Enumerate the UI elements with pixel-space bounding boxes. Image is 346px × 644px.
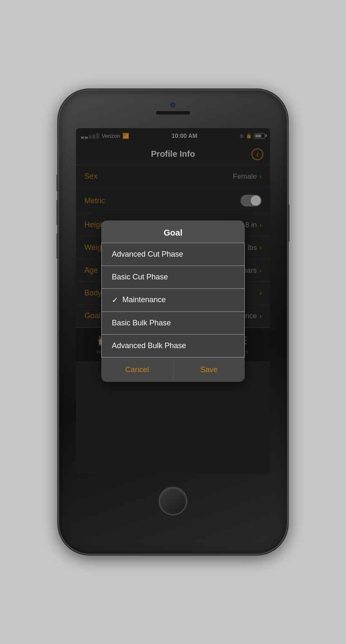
checkmark-icon: ✓ xyxy=(112,295,118,305)
option-advanced-cut[interactable]: Advanced Cut Phase xyxy=(102,243,244,266)
goal-modal: Goal Advanced Cut Phase Basic Cut Phase … xyxy=(101,220,245,382)
modal-title: Goal xyxy=(101,220,245,243)
advanced-cut-label: Advanced Cut Phase xyxy=(112,250,183,259)
screen: Verizon 📶 10:00 AM ◎ 🔒 Profile Info i Se… xyxy=(76,128,270,474)
mute-button[interactable] xyxy=(57,174,59,191)
phone-top xyxy=(59,90,287,128)
option-advanced-bulk[interactable]: Advanced Bulk Phase xyxy=(102,335,244,357)
home-button[interactable] xyxy=(159,487,187,515)
advanced-bulk-label: Advanced Bulk Phase xyxy=(112,341,186,350)
cancel-button[interactable]: Cancel xyxy=(101,358,173,382)
modal-overlay: Goal Advanced Cut Phase Basic Cut Phase … xyxy=(76,128,270,474)
basic-cut-label: Basic Cut Phase xyxy=(112,273,168,282)
modal-options-list: Advanced Cut Phase Basic Cut Phase ✓ Mai… xyxy=(101,243,245,357)
front-camera xyxy=(170,102,176,108)
phone-bottom xyxy=(59,474,287,529)
volume-down-button[interactable] xyxy=(57,233,59,259)
option-basic-cut[interactable]: Basic Cut Phase xyxy=(102,266,244,289)
power-button[interactable] xyxy=(287,204,289,242)
volume-up-button[interactable] xyxy=(57,200,59,225)
maintenance-label: Maintenance xyxy=(122,295,166,304)
option-maintenance[interactable]: ✓ Maintenance xyxy=(102,289,244,312)
save-button[interactable]: Save xyxy=(173,358,245,382)
earpiece-speaker xyxy=(156,111,190,115)
basic-bulk-label: Basic Bulk Phase xyxy=(112,319,171,327)
option-basic-bulk[interactable]: Basic Bulk Phase xyxy=(102,312,244,335)
phone-frame: Verizon 📶 10:00 AM ◎ 🔒 Profile Info i Se… xyxy=(59,90,287,554)
modal-buttons: Cancel Save xyxy=(101,357,245,382)
